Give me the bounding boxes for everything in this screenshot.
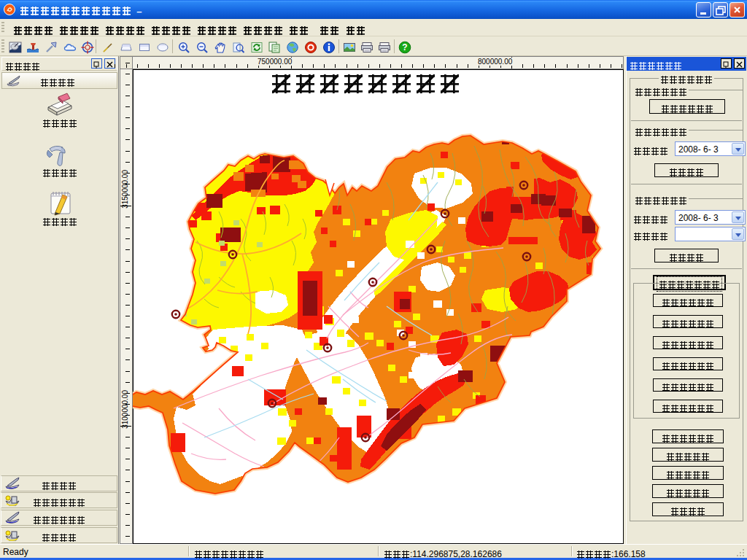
svg-text:?: ? xyxy=(402,42,407,52)
